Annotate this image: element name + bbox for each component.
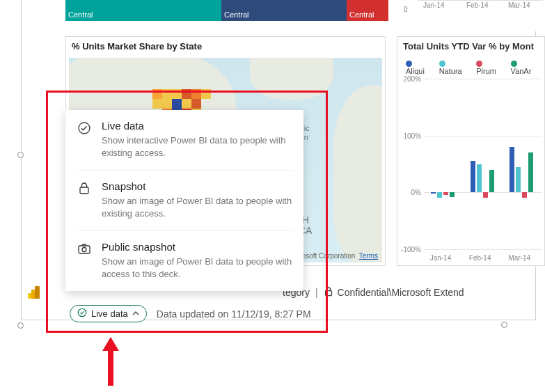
legend-label: VanAr: [511, 67, 532, 75]
state-tile: [201, 89, 211, 99]
axis-tick: 200%: [400, 75, 421, 83]
map-terms-link[interactable]: Terms: [359, 252, 378, 260]
chart-bar: [516, 167, 521, 193]
axis-tick: Mar-14: [508, 254, 530, 262]
landmass: [333, 86, 382, 262]
chart-bar: [528, 152, 533, 192]
gridline: [424, 79, 542, 79]
powerbi-logo-icon: [28, 286, 39, 299]
gridline: [424, 249, 542, 250]
bar-segment: Central: [221, 0, 347, 21]
chart-bar: [450, 192, 455, 197]
legend-label: Aliqui: [406, 67, 425, 75]
bar-segment: Central: [65, 0, 221, 21]
svg-rect-3: [80, 187, 88, 194]
state-tile: [191, 89, 201, 99]
legend-dot: [476, 61, 482, 67]
menu-item-snapshot[interactable]: Snapshot Show an image of Power BI data …: [77, 170, 292, 230]
data-mode-menu: Live data Show interactive Power BI data…: [65, 110, 303, 291]
bar-segment-label: Central: [349, 10, 374, 19]
gridline: [424, 136, 542, 136]
state-tile: [152, 89, 162, 99]
state-tile: [152, 99, 162, 109]
axis-tick: Jan-14: [423, 1, 445, 9]
check-circle-icon: [77, 308, 87, 320]
axis-tick: -100%: [400, 246, 421, 253]
legend-item: Natura: [439, 58, 470, 75]
state-tile: [172, 99, 182, 109]
camera-icon: [77, 242, 91, 280]
axis-line: [418, 0, 543, 1]
legend-item: Pirum: [476, 58, 503, 75]
menu-item-live-data[interactable]: Live data Show interactive Power BI data…: [65, 110, 303, 170]
landmass: [250, 58, 333, 100]
axis-tick: 0%: [400, 189, 421, 196]
svg-point-2: [79, 123, 90, 134]
legend-item: VanAr: [511, 58, 539, 75]
menu-item-desc: Show an image of Power BI data to people…: [102, 256, 292, 280]
state-tile: [182, 99, 191, 109]
svg-rect-0: [325, 291, 331, 296]
svg-point-5: [82, 248, 86, 252]
svg-point-1: [78, 308, 86, 316]
bar-chart-visual[interactable]: Total Units YTD Var % by Mont Aliqui Nat…: [397, 36, 545, 266]
chart-bar: [489, 170, 494, 193]
chart-bar: [510, 147, 514, 192]
legend-dot: [406, 61, 412, 67]
separator: |: [315, 287, 318, 298]
legend-label: Natura: [439, 67, 462, 75]
chart-bar: [471, 161, 475, 192]
menu-item-title: Live data: [102, 120, 292, 132]
axis-tick: Jan-14: [430, 254, 452, 262]
bar-segment-label: Central: [68, 10, 93, 19]
svg-rect-4: [79, 246, 90, 253]
legend-label: Pirum: [476, 67, 496, 75]
map-attribution-text: osoft Corporation: [302, 252, 356, 260]
chart-legend: Aliqui Natura Pirum VanAr: [397, 56, 544, 75]
axis-tick: Mar-14: [508, 1, 530, 9]
state-tile: [172, 89, 182, 99]
chart-title: Total Units YTD Var % by Mont: [397, 37, 544, 56]
map-title: % Units Market Share by State: [66, 37, 385, 56]
selection-handle[interactable]: [501, 322, 507, 328]
menu-item-title: Snapshot: [102, 180, 292, 192]
state-tile: [182, 89, 191, 99]
axis-tick: 100%: [400, 132, 421, 139]
axis-tick: Feb-14: [469, 254, 491, 262]
axis-tick: 0: [404, 6, 408, 13]
chart-fragment-top: 0 Jan-14 Feb-14 Mar-14: [397, 0, 545, 31]
axis-tick: Feb-14: [466, 1, 489, 9]
chevron-up-icon: [132, 308, 139, 319]
footer-confidential: Confidential\Microsoft Extend: [338, 287, 464, 298]
data-updated-text: Data updated on 11/12/19, 8:27 PM: [157, 308, 311, 320]
state-tile: [191, 99, 201, 109]
data-mode-label: Live data: [91, 308, 128, 319]
annotation-arrow-icon: [100, 337, 121, 388]
segmented-bar: Central Central Central: [65, 0, 388, 21]
legend-dot: [439, 61, 445, 67]
chart-bar: [437, 192, 442, 198]
legend-dot: [511, 61, 517, 67]
menu-item-title: Public snapshot: [102, 241, 292, 253]
chart-bar: [443, 192, 448, 195]
state-tile: [162, 89, 172, 99]
addin-toolbar: Live data Data updated on 11/12/19, 8:27…: [28, 305, 311, 322]
selection-handle[interactable]: [17, 322, 24, 329]
legend-item: Aliqui: [406, 58, 432, 75]
menu-item-desc: Show interactive Power BI data to people…: [102, 134, 292, 159]
map-attribution: osoft Corporation Terms: [302, 252, 378, 260]
chart-bar: [477, 164, 482, 193]
selection-handle[interactable]: [17, 152, 24, 158]
chart-plot-area: 200%100%0%-100%Jan-14Feb-14Mar-14: [424, 79, 542, 249]
chart-bar: [483, 192, 488, 198]
menu-item-public-snapshot[interactable]: Public snapshot Show an image of Power B…: [77, 230, 292, 291]
bar-segment: Central: [347, 0, 388, 21]
data-mode-button[interactable]: Live data: [70, 305, 147, 322]
bar-segment-label: Central: [224, 10, 248, 19]
lock-icon: [324, 286, 333, 299]
menu-item-desc: Show an image of Power BI data to people…: [102, 195, 292, 219]
check-circle-icon: [77, 121, 91, 159]
chart-bar: [522, 192, 527, 198]
state-tile: [162, 99, 172, 109]
chart-bar: [431, 192, 436, 194]
